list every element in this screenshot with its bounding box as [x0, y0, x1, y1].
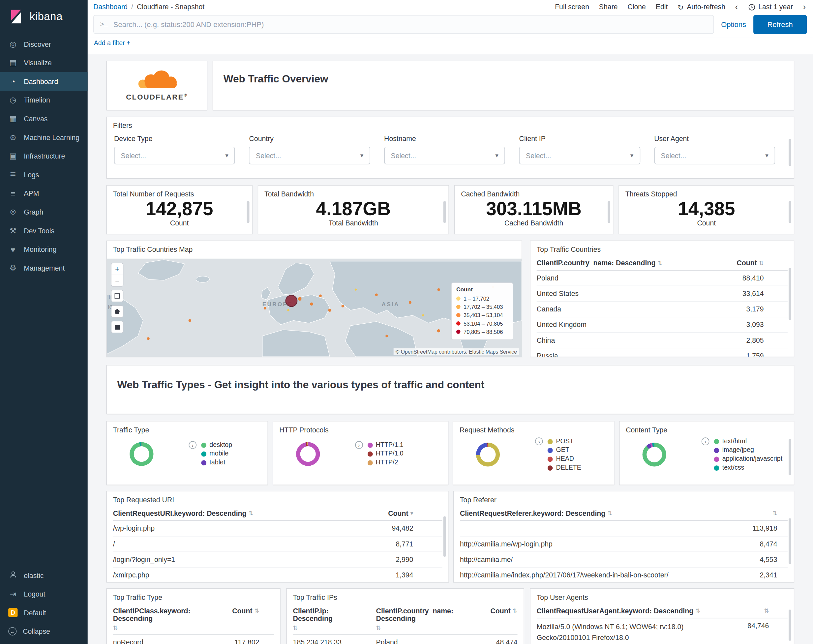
column-header-count[interactable]: Count⇅ [736, 259, 787, 267]
sidebar-item-dev-tools[interactable]: ⚒ Dev Tools [0, 221, 88, 240]
world-map[interactable]: EUROPE ASIA TH IC [107, 259, 522, 357]
legend-item[interactable]: HTTP/1.0 [368, 449, 403, 458]
zoom-out-button[interactable]: − [112, 275, 123, 287]
sidebar-item-logs[interactable]: ≣ Logs [0, 166, 88, 184]
column-header-ip[interactable]: ClientIP.ip: Descending⇅ [293, 607, 370, 632]
full-screen-button[interactable]: Full screen [555, 3, 589, 11]
search-input[interactable] [114, 20, 707, 28]
sidebar-item-dashboard[interactable]: ◔ Dashboard [0, 72, 88, 91]
legend-item[interactable]: text/html [714, 437, 783, 446]
sidebar-item-infrastructure[interactable]: ▣ Infrastructure [0, 147, 88, 166]
legend-item[interactable]: POST [548, 437, 581, 446]
collapse-label: Collapse [23, 627, 50, 635]
legend-item[interactable]: HEAD [548, 454, 581, 463]
user-agent-select[interactable]: Select... ▾ [654, 147, 775, 164]
legend-item[interactable]: text/css [714, 463, 783, 472]
sidebar-item-discover[interactable]: ◎ Discover [0, 35, 88, 54]
sidebar-item-canvas[interactable]: ▦ Canvas [0, 109, 88, 128]
auto-refresh-button[interactable]: Auto-refresh [687, 3, 725, 11]
scrollbar[interactable] [788, 268, 791, 320]
legend-item[interactable]: application/javascript [714, 454, 783, 463]
legend-item[interactable]: GET [548, 446, 581, 455]
legend-item[interactable]: HTTP/1.1 [368, 441, 403, 449]
legend-item[interactable]: tablet [201, 458, 232, 467]
add-filter-link[interactable]: Add a filter + [94, 40, 130, 47]
class-value: noRecord [113, 639, 143, 644]
sidebar-item-visualize[interactable]: ▤ Visualize [0, 54, 88, 72]
referer-value: http://camilia.me/wp-login.php [460, 540, 552, 548]
table-row: United Kingdom3,093 [537, 317, 788, 333]
sidebar-item-apm[interactable]: ≡ APM [0, 184, 88, 203]
sidebar-item-monitoring[interactable]: ♥ Monitoring [0, 240, 88, 259]
share-button[interactable]: Share [599, 3, 618, 11]
options-link[interactable]: Options [721, 20, 746, 28]
sidebar-item-management[interactable]: ⚙ Management [0, 259, 88, 278]
column-header-count[interactable]: ⇅ [772, 509, 788, 517]
zoom-in-button[interactable]: + [112, 263, 123, 275]
column-header-count[interactable]: Count▾ [388, 509, 442, 517]
country-select[interactable]: Select... ▾ [249, 147, 370, 164]
draw-polygon-button[interactable] [112, 306, 123, 317]
time-forward-button[interactable]: › [803, 3, 806, 12]
count-value: 4,553 [759, 556, 788, 564]
legend-item[interactable]: desktop [201, 441, 232, 449]
http-protocols-donut-chart[interactable] [296, 442, 319, 466]
scrollbar[interactable] [607, 201, 610, 223]
legend-item[interactable]: mobile [201, 449, 232, 458]
draw-rectangle-button[interactable] [112, 321, 123, 333]
sort-icon: ⇅ [113, 624, 118, 631]
visualize-icon: ▤ [8, 58, 17, 67]
legend-toggle-icon[interactable]: › [189, 441, 196, 449]
sidebar-item-user[interactable]: elastic [0, 566, 88, 585]
legend-item[interactable]: image/jpeg [714, 446, 783, 455]
search-bar: >_ Options Refresh [88, 14, 813, 38]
fit-bounds-button[interactable] [112, 290, 123, 302]
breadcrumb-dashboard[interactable]: Dashboard [93, 3, 127, 11]
logs-icon: ≣ [8, 170, 17, 179]
column-header-user-agent[interactable]: ClientRequestUserAgent.keyword: Descendi… [537, 607, 700, 615]
legend-item[interactable]: DELETE [548, 463, 581, 472]
refresh-button[interactable]: Refresh [753, 15, 807, 34]
scrollbar[interactable] [788, 518, 791, 564]
content-type-donut-chart[interactable] [643, 443, 666, 466]
sidebar-item-logout[interactable]: ⇥ Logout [0, 585, 88, 603]
traffic-type-donut-chart[interactable] [130, 442, 153, 466]
legend-toggle-icon[interactable]: › [535, 437, 543, 445]
column-header-class[interactable]: ClientIPClass.keyword: Descending⇅ [113, 607, 213, 632]
edit-button[interactable]: Edit [656, 3, 668, 11]
scrollbar[interactable] [788, 609, 791, 640]
column-header-count[interactable]: Count⇅ [232, 607, 274, 615]
scrollbar[interactable] [247, 201, 250, 223]
panel-title: Top Traffic IPs [287, 589, 524, 601]
sidebar-item-collapse[interactable]: ← Collapse [0, 622, 88, 641]
column-header-count[interactable]: Count⇅ [472, 607, 517, 615]
scrollbar[interactable] [788, 139, 791, 166]
client-ip-select[interactable]: Select... ▾ [519, 147, 640, 164]
sidebar-item-graph[interactable]: ⊚ Graph [0, 203, 88, 221]
time-range-picker[interactable]: Last 1 year [758, 3, 793, 11]
column-header-country[interactable]: ClientIP.country_name: Descending⇅ [376, 607, 466, 632]
column-header-uri[interactable]: ClientRequestURI.keyword: Descending⇅ [113, 509, 253, 517]
column-header-count[interactable]: ⇅ [764, 607, 788, 615]
sidebar-item-space-default[interactable]: D Default [0, 603, 88, 622]
clone-button[interactable]: Clone [627, 3, 646, 11]
legend-item[interactable]: HTTP/2 [368, 458, 403, 467]
column-header-country[interactable]: ClientIP.country_name: Descending⇅ [537, 259, 662, 267]
sidebar-item-timelion[interactable]: ◷ Timelion [0, 90, 88, 109]
scrollbar[interactable] [443, 516, 446, 557]
scrollbar[interactable] [788, 201, 791, 223]
kibana-logo[interactable]: kibana [0, 0, 88, 35]
hostname-select[interactable]: Select... ▾ [384, 147, 505, 164]
scrollbar[interactable] [443, 201, 446, 223]
scrollbar[interactable] [788, 439, 791, 475]
legend-dot [548, 465, 553, 471]
device-type-select[interactable]: Select... ▾ [114, 147, 235, 164]
sidebar-item-machine-learning[interactable]: ⊛ Machine Learning [0, 128, 88, 147]
legend-toggle-icon[interactable]: › [701, 437, 709, 445]
search-input-wrap: >_ [93, 15, 714, 34]
request-methods-donut-chart[interactable] [476, 443, 500, 466]
legend-toggle-icon[interactable]: › [355, 441, 363, 449]
time-back-button[interactable]: ‹ [735, 3, 738, 12]
filter-user-agent: User Agent Select... ▾ [654, 135, 775, 164]
column-header-referer[interactable]: ClientRequestReferer.keyword: Descending… [460, 509, 612, 517]
